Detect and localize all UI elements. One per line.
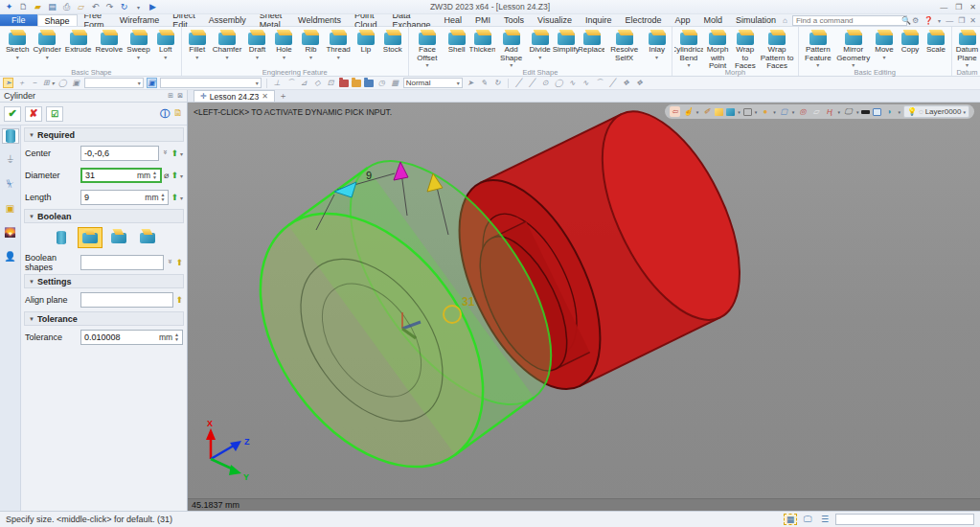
ribbon-item-replace[interactable]: Replace <box>579 28 604 68</box>
help-caret[interactable]: ▾ <box>938 17 941 24</box>
redo-icon[interactable]: ↷ <box>104 2 115 12</box>
select-arrow-icon[interactable]: ➣ <box>3 78 13 88</box>
dropdown-caret[interactable]: ▾ <box>655 55 658 60</box>
boolean-shapes-input[interactable] <box>84 258 160 267</box>
point-filter-icon[interactable]: ⊥ <box>272 78 283 88</box>
style-combo[interactable]: Normal▾ <box>403 78 463 88</box>
black-bar-icon[interactable] <box>861 110 870 114</box>
face2-icon[interactable]: ❖ <box>634 78 645 88</box>
menu-tab-point-cloud[interactable]: Point Cloud <box>348 14 386 26</box>
polyline-icon[interactable]: ∿ <box>567 78 578 88</box>
circle-point-icon[interactable]: ⊙ <box>540 78 551 88</box>
ribbon-item-pattern-feature[interactable]: Pattern Feature▾ <box>801 28 835 68</box>
menu-tab-file[interactable]: File <box>0 14 37 26</box>
ribbon-item-cylindrical-bend[interactable]: Cylindrical Bend▾ <box>674 28 703 68</box>
ribbon-item-rib[interactable]: Rib▾ <box>297 28 324 68</box>
tolerance-input[interactable] <box>84 332 157 342</box>
section-icon[interactable]: ▦ <box>390 78 400 88</box>
input-source-icon[interactable]: ⬆ <box>171 171 178 180</box>
note-button[interactable]: 🗎 <box>173 107 183 121</box>
spinner[interactable]: ▲▼ <box>174 332 179 342</box>
input-source-icon[interactable]: ⬆ <box>171 149 178 158</box>
align-plane-input[interactable] <box>84 295 170 305</box>
folder-red-icon[interactable] <box>339 80 349 87</box>
ribbon-item-datum-plane[interactable]: Datum Plane▾ <box>954 28 980 68</box>
regen-icon[interactable]: ↻ <box>119 2 129 12</box>
role-manager-icon[interactable]: 👤 <box>2 248 19 264</box>
ribbon-item-copy[interactable]: Copy <box>898 28 923 68</box>
boolean-intersect-icon[interactable] <box>135 227 160 248</box>
visual-manager-icon[interactable]: ▣ <box>2 200 19 216</box>
blue-square-icon[interactable] <box>873 108 881 116</box>
fan-icon[interactable]: ◗ <box>884 106 895 117</box>
face-filter-icon[interactable]: ⊿ <box>299 78 309 88</box>
ribbon-item-divide[interactable]: Divide▾ <box>527 28 553 68</box>
ribbon-item-stock[interactable]: Stock <box>379 28 406 68</box>
ribbon-item-lip[interactable]: Lip <box>353 28 379 68</box>
arc-icon[interactable]: ⌒ <box>594 78 604 88</box>
render-manager-icon[interactable]: 🌄 <box>2 224 19 240</box>
settings-gear-icon[interactable]: ⚙ <box>912 16 919 25</box>
sphere-icon[interactable]: ● <box>760 106 770 117</box>
spinner[interactable]: ▲▼ <box>152 171 157 180</box>
menu-tab-shape[interactable]: Shape <box>37 14 78 26</box>
document-tab[interactable]: ✛ Lesson 24.Z3 ✕ <box>194 90 275 102</box>
ribbon-item-add-shape[interactable]: Add Shape▾ <box>495 28 527 68</box>
window-icon[interactable]: ▢ <box>779 106 789 117</box>
dropdown-caret[interactable]: ▾ <box>164 55 167 60</box>
menu-tab-wireframe[interactable]: Wireframe <box>113 14 167 26</box>
ribbon-item-thread[interactable]: Thread▾ <box>324 28 352 68</box>
face-icon[interactable]: ❖ <box>621 78 631 88</box>
menu-tab-electrode[interactable]: Electrode <box>619 14 669 26</box>
ribbon-item-thicken[interactable]: Thicken <box>469 28 495 68</box>
print-icon[interactable]: ⎙ <box>61 2 72 12</box>
exit-icon[interactable]: ⇦ <box>670 106 680 117</box>
line2-icon[interactable]: ╱ <box>527 78 537 88</box>
shade-yellow-icon[interactable] <box>715 108 723 116</box>
ribbon-item-draft[interactable]: Draft▾ <box>243 28 270 68</box>
new-tab-button[interactable]: ＋ <box>279 90 287 103</box>
dropdown-caret[interactable]: ▾ <box>195 55 198 60</box>
panel-close-icon[interactable]: ⊠ <box>177 92 183 100</box>
folder-blue-icon[interactable] <box>364 80 374 87</box>
ribbon-item-resolve-selfx[interactable]: Resolve SelfX <box>604 28 644 68</box>
pick-box-icon[interactable]: ▣ <box>71 78 81 88</box>
ribbon-item-wrap-pattern-to-faces[interactable]: Wrap Pattern to Faces <box>758 28 795 68</box>
lasso-circle-icon[interactable]: ◯ <box>57 78 68 88</box>
entity-combo[interactable]: ▾ <box>160 78 262 88</box>
ribbon-item-sketch[interactable]: Sketch▾ <box>4 28 31 68</box>
brush-icon[interactable]: ✎ <box>479 78 490 88</box>
shade-blue-icon[interactable] <box>726 108 735 116</box>
panel-float-icon[interactable]: ⊞ <box>168 92 173 100</box>
find-command-input[interactable] <box>796 16 901 25</box>
menu-tab-visualize[interactable]: Visualize <box>531 14 579 26</box>
dropdown-caret[interactable]: ▾ <box>538 55 541 60</box>
new-file-icon[interactable]: 🗋 <box>18 2 29 12</box>
restore-button[interactable]: ❐ <box>955 3 962 11</box>
ribbon-item-wrap-to-faces[interactable]: Wrap to Faces <box>732 28 758 68</box>
all-entities-icon[interactable]: ▣ <box>147 78 157 88</box>
folder-orange-icon[interactable] <box>352 80 361 87</box>
cylinder-manager-icon[interactable] <box>2 128 19 144</box>
menu-tab-data-exchange[interactable]: Data Exchange <box>386 14 438 26</box>
status-input[interactable] <box>835 514 974 525</box>
line3-icon[interactable]: ╱ <box>607 78 618 88</box>
boolean-add-icon[interactable] <box>78 227 103 248</box>
ribbon-item-loft[interactable]: Loft▾ <box>152 28 179 68</box>
filter-window-icon[interactable]: ⊞▾ <box>43 78 55 88</box>
align-h-icon[interactable]: Ⱨ <box>824 106 834 117</box>
menu-tab-direct-edit[interactable]: Direct Edit <box>166 14 202 26</box>
3d-scene[interactable]: 9 31 X <box>188 103 980 498</box>
history-clock-icon[interactable]: ◷ <box>376 78 387 88</box>
qat-caret[interactable]: ▾ <box>133 2 144 12</box>
length-input[interactable] <box>84 193 143 202</box>
brush-icon[interactable]: ✐ <box>701 106 712 117</box>
ribbon-item-hole[interactable]: Hole▾ <box>270 28 297 68</box>
info-button[interactable]: ⓘ <box>160 107 170 121</box>
minus-icon[interactable]: − <box>30 78 40 88</box>
ribbon-item-cylinder[interactable]: Cylinder▾ <box>31 28 62 68</box>
section-required[interactable]: ▼Required <box>24 127 184 142</box>
ribbon-item-mirror-geometry[interactable]: Mirror Geometry▾ <box>835 28 872 68</box>
layer-caret[interactable]: ▾ <box>963 109 966 115</box>
ribbon-minimize-icon[interactable]: — <box>946 16 953 25</box>
